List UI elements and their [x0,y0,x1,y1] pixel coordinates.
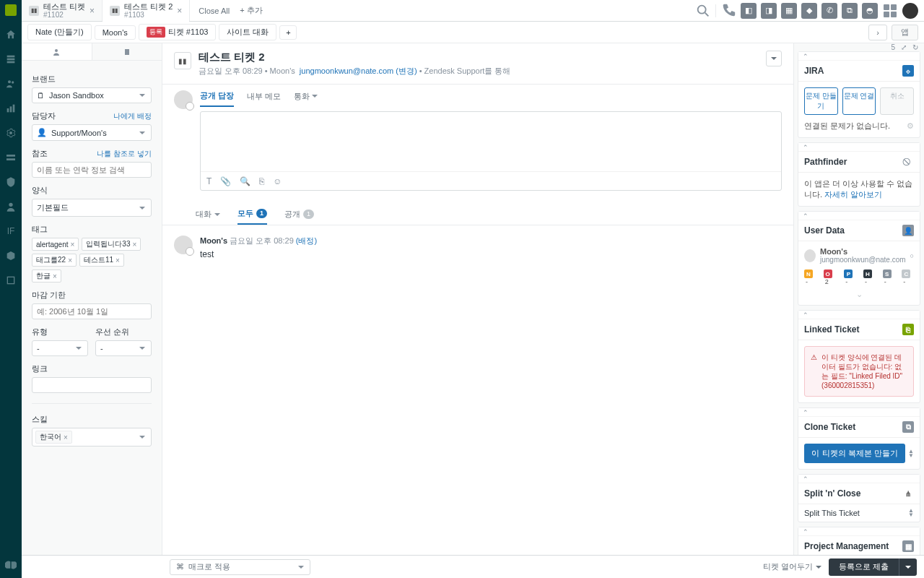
type-select[interactable]: - [32,340,88,356]
crumb-user[interactable]: Moon's [95,25,136,40]
jira-link[interactable]: 문제 연결 [842,87,876,115]
search-icon[interactable] [695,3,711,19]
change-requester[interactable]: (변경) [396,66,417,75]
tab-1103[interactable]: ▮▮ 테스트 티켓 2#1103 × [103,0,190,21]
panel-collapse[interactable]: ⌃ [798,527,920,536]
split-action[interactable]: Split This Ticket▲▼ [798,504,920,522]
apps-refresh-icon[interactable]: ↻ [912,43,918,51]
app-btn-6[interactable]: ⧉ [842,3,858,19]
close-all-button[interactable]: Close All [199,7,230,15]
tag-remove-icon[interactable]: × [64,434,68,441]
msg-assign[interactable]: (배정) [296,236,317,245]
tab-title: 테스트 티켓 [43,2,85,11]
close-icon[interactable]: × [177,6,182,16]
customers-icon[interactable] [5,78,17,90]
assignee-select[interactable]: 👤Support/Moon's [32,124,152,141]
tag-remove-icon[interactable]: × [70,241,74,249]
reply-internal-tab[interactable]: 내부 메모 [247,91,281,106]
panel-collapse[interactable]: ⌃ [798,475,920,483]
jira-empty: 연결된 문제가 없습니다. [804,121,890,131]
tab-org[interactable] [92,43,162,60]
close-icon[interactable]: × [90,6,95,16]
submit-dropdown[interactable] [899,558,917,576]
tab-1102[interactable]: ▮▮ 테스트 티켓#1102 × [22,0,103,21]
brand-select[interactable]: 🗒Jason Sandbox [32,87,152,103]
link-icon[interactable]: ⎘ [259,176,264,186]
conv-tab-public[interactable]: 공개1 [284,204,314,224]
clone-panel: ⌃ Clone Ticket⧉ 이 티켓의 복제본 만들기▲▼ [798,407,920,470]
requester-email[interactable]: jungmoonkwun@nate.com [300,66,393,75]
crumb-add[interactable]: + [279,25,297,40]
reply-public-tab[interactable]: 공개 답장 [200,90,234,107]
due-input[interactable] [32,303,152,319]
submit-label: 등록으로 제출 [829,561,899,572]
crumb-requester[interactable]: Nate (만들기) [27,24,92,40]
skill-select[interactable]: 한국어× [32,428,152,447]
zendesk-icon[interactable] [5,559,17,571]
linked-icon: ⎘ [902,324,914,335]
tag-remove-icon[interactable]: × [116,256,120,264]
apps-toggle[interactable]: 앱 [892,25,918,40]
pathfinder-more[interactable]: 자세히 알아보기 [824,190,882,199]
app-btn-5[interactable]: ✆ [821,3,837,19]
panel-collapse[interactable]: ⌃ [798,143,920,152]
link-input[interactable] [32,377,152,393]
phone-icon[interactable] [720,3,736,19]
tag-remove-icon[interactable]: × [68,256,72,264]
open-ticket-dropdown[interactable]: 티켓 열어두기 [763,561,821,572]
attach-icon[interactable]: 📎 [220,176,231,186]
reporting-icon[interactable] [5,103,17,114]
expand-button[interactable]: › [868,25,887,40]
disabled-icon: ⃠ [902,156,914,168]
add-tab-button[interactable]: + 추가 [240,5,262,16]
conv-tab-all[interactable]: 모두1 [237,204,267,225]
panel-collapse[interactable]: ⌃ [798,408,920,417]
apps-grid-icon[interactable] [882,3,898,19]
crumb-site[interactable]: 사이트 대화 [219,24,276,40]
gear-icon[interactable]: ⚙ [907,121,914,131]
nav-icon-3[interactable] [5,201,17,212]
app-btn-7[interactable]: ◓ [862,3,878,19]
reply-call-tab[interactable]: 통화 [294,91,318,106]
nav-icon-2[interactable] [5,176,17,188]
tags-field[interactable]: alertagent× 입력됩니다33× 태그를22× 테스트11× 한글× [32,238,152,282]
nav-icon-4[interactable]: IF [5,225,17,237]
conv-tab-conversation[interactable]: 대화 [196,204,220,224]
tab-user[interactable] [22,43,92,60]
priority-select[interactable]: - [95,340,152,356]
tag-remove-icon[interactable]: × [132,241,136,249]
cc-input[interactable] [32,162,152,178]
user-icon: 👤 [902,225,914,236]
crumb-ticket[interactable]: 등록티켓 #1103 [139,24,217,40]
nav-icon-5[interactable] [5,250,17,262]
assign-to-me[interactable]: 나에게 배정 [113,111,152,121]
emoji-icon[interactable]: ☺ [273,176,282,186]
panel-collapse[interactable]: ⌃ [798,212,920,220]
app-btn-4[interactable]: ◆ [801,3,817,19]
profile-avatar[interactable] [902,3,918,19]
jira-create[interactable]: 문제 만들기 [804,87,838,115]
search-content-icon[interactable]: 🔍 [240,176,250,186]
admin-icon[interactable] [5,127,17,139]
panel-collapse[interactable]: ⌃ [798,52,920,61]
form-select[interactable]: 기본필드 [32,199,152,217]
format-icon[interactable]: T [206,176,212,186]
reply-editor[interactable]: T 📎 🔍 ⎘ ☺ [200,111,782,191]
link-label: 링크 [32,363,152,374]
app-btn-2[interactable]: ◨ [761,3,777,19]
clone-button[interactable]: 이 티켓의 복제본 만들기 [804,444,905,463]
apps-collapse-icon[interactable]: ⤢ [901,43,907,51]
views-icon[interactable] [5,53,17,65]
app-btn-1[interactable]: ◧ [741,3,757,19]
tag-remove-icon[interactable]: × [53,272,57,280]
logo-icon[interactable] [5,4,17,16]
panel-collapse[interactable]: ⌃ [798,311,920,319]
submit-button[interactable]: 등록으로 제출 [829,558,917,576]
app-btn-3[interactable]: ▦ [781,3,797,19]
macro-select[interactable]: ⌘매크로 적용 [170,559,310,575]
home-icon[interactable] [5,29,17,40]
nav-icon-6[interactable] [5,275,17,286]
ticket-more-menu[interactable] [766,51,782,66]
cc-me[interactable]: 나를 참조로 넣기 [97,149,152,159]
nav-icon-1[interactable] [5,152,17,163]
